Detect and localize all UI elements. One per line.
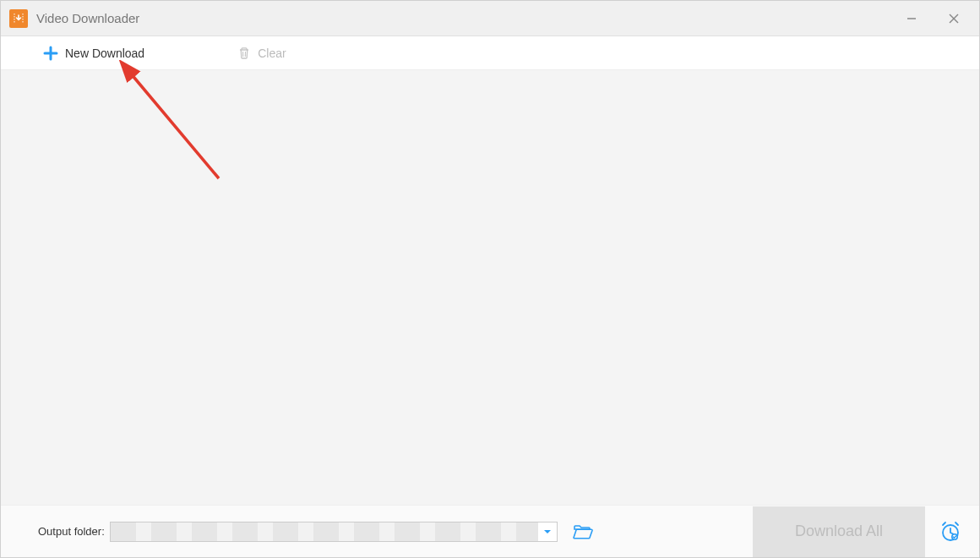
download-list-area bbox=[1, 70, 979, 505]
annotation-arrow-icon bbox=[117, 60, 236, 195]
output-folder-label: Output folder: bbox=[38, 525, 105, 538]
schedule-button[interactable] bbox=[930, 520, 971, 544]
app-icon bbox=[9, 9, 28, 28]
open-folder-button[interactable] bbox=[573, 523, 593, 540]
clear-button[interactable]: Clear bbox=[237, 46, 286, 60]
folder-icon bbox=[573, 523, 593, 540]
titlebar: Video Downloader bbox=[1, 1, 979, 36]
clear-label: Clear bbox=[258, 46, 286, 60]
output-folder-dropdown[interactable] bbox=[110, 522, 558, 542]
alarm-clock-icon bbox=[939, 520, 962, 544]
svg-line-10 bbox=[130, 73, 219, 178]
download-all-button[interactable]: Download All bbox=[753, 506, 925, 557]
window-controls bbox=[903, 10, 971, 27]
download-all-label: Download All bbox=[795, 522, 883, 540]
output-folder-value bbox=[111, 522, 538, 541]
minimize-button[interactable] bbox=[903, 10, 920, 27]
close-icon bbox=[948, 13, 960, 25]
close-button[interactable] bbox=[945, 10, 962, 27]
window-title: Video Downloader bbox=[36, 11, 903, 25]
plus-icon bbox=[43, 46, 58, 61]
trash-icon bbox=[237, 46, 251, 60]
chevron-down-icon bbox=[538, 527, 557, 537]
new-download-button[interactable]: New Download bbox=[43, 46, 144, 61]
footer: Output folder: Download All bbox=[1, 505, 979, 557]
toolbar: New Download Clear bbox=[1, 36, 979, 70]
new-download-label: New Download bbox=[65, 46, 144, 60]
minimize-icon bbox=[906, 14, 917, 24]
